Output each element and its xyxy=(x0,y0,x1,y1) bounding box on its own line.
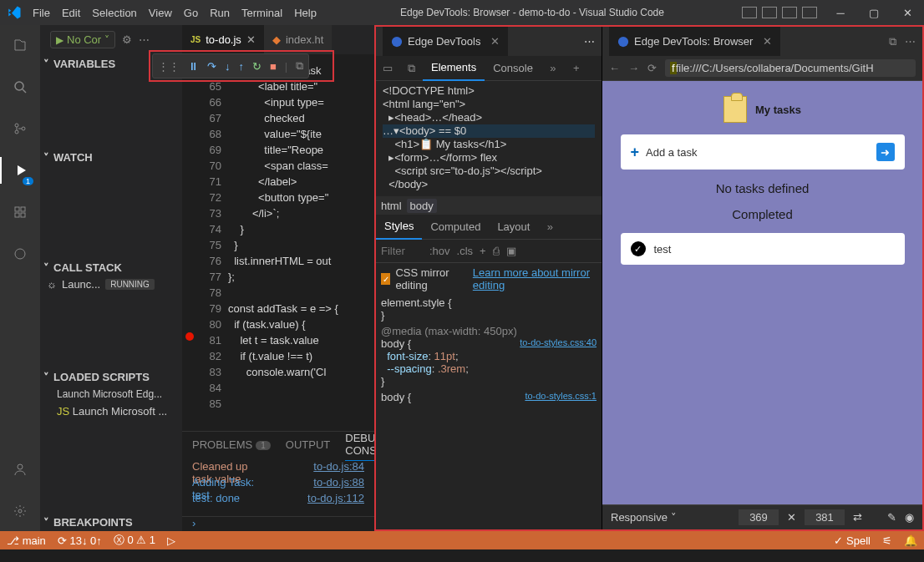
spell-indicator[interactable]: ✓ Spell xyxy=(834,534,871,547)
more-tabs-icon[interactable]: » xyxy=(538,220,561,233)
layout-right-icon[interactable] xyxy=(782,7,797,18)
menu-help[interactable]: Help xyxy=(288,0,322,25)
height-input[interactable] xyxy=(805,509,845,525)
code-editor[interactable]: 6465666768697071727374757677787980818283… xyxy=(182,54,374,431)
callstack-item[interactable]: ☼ Launc... RUNNING xyxy=(40,276,182,292)
bell-icon[interactable]: 🔔 xyxy=(904,534,917,547)
source-link[interactable]: to-do-styles.css:40 xyxy=(520,337,597,347)
close-icon[interactable]: ✕ xyxy=(490,35,500,48)
layout-bottom-icon[interactable] xyxy=(762,7,777,18)
rotate-icon[interactable]: ⇄ xyxy=(853,511,862,524)
source-link[interactable]: to-do-styles.css:1 xyxy=(525,391,597,401)
explorer-icon[interactable] xyxy=(0,32,40,58)
loaded-script-item[interactable]: JS Launch Microsoft ... xyxy=(40,403,182,420)
menu-go[interactable]: Go xyxy=(178,0,204,25)
more-tabs-icon[interactable]: » xyxy=(541,62,565,74)
settings-gear-icon[interactable] xyxy=(0,498,40,524)
source-control-icon[interactable] xyxy=(0,115,40,142)
wand-icon[interactable]: ✎ xyxy=(887,511,896,524)
layout-custom-icon[interactable] xyxy=(802,7,817,18)
step-over-icon[interactable]: ↷ xyxy=(207,60,216,73)
responsive-dropdown[interactable]: Responsive ˅ xyxy=(611,511,677,524)
reload-icon[interactable]: ⟳ xyxy=(647,62,657,74)
mirror-link[interactable]: Learn more about mirror editing xyxy=(473,266,597,291)
layout-left-icon[interactable] xyxy=(742,7,757,18)
run-debug-icon[interactable]: 1 xyxy=(0,157,40,184)
width-input[interactable] xyxy=(739,509,779,525)
inspect-icon[interactable]: ▭ xyxy=(376,62,399,74)
computed-tab[interactable]: Computed xyxy=(422,215,489,240)
minimize-button[interactable]: ─ xyxy=(830,0,850,25)
forward-icon[interactable]: → xyxy=(628,62,639,74)
callstack-section[interactable]: ˅CALL STACK xyxy=(40,258,182,276)
maximize-button[interactable]: ▢ xyxy=(864,0,884,25)
output-tab[interactable]: OUTPUT xyxy=(286,435,330,454)
menu-terminal[interactable]: Terminal xyxy=(236,0,288,25)
menu-selection[interactable]: Selection xyxy=(86,0,142,25)
style-rule[interactable]: element.style {} xyxy=(376,295,602,323)
more-icon[interactable]: ⋯ xyxy=(584,35,595,48)
menu-view[interactable]: View xyxy=(143,0,178,25)
stop-icon[interactable]: ■ xyxy=(270,60,277,73)
submit-arrow-icon[interactable]: ➜ xyxy=(876,143,895,161)
add-tab-icon[interactable]: + xyxy=(565,62,588,74)
step-into-icon[interactable]: ↓ xyxy=(225,60,231,73)
extensions-icon[interactable] xyxy=(0,199,40,225)
watch-section[interactable]: ˅WATCH xyxy=(40,148,182,166)
menu-edit[interactable]: Edit xyxy=(56,0,86,25)
edge-icon[interactable] xyxy=(0,240,40,267)
restart-icon[interactable]: ↻ xyxy=(252,60,261,73)
add-task-input[interactable]: + Add a task ➜ xyxy=(621,134,905,170)
cls-button[interactable]: .cls xyxy=(457,245,474,257)
search-icon[interactable] xyxy=(0,73,40,100)
close-icon[interactable]: ✕ xyxy=(763,35,772,48)
print-icon[interactable]: ⎙ xyxy=(493,245,500,257)
back-icon[interactable]: ← xyxy=(609,62,620,74)
sync-indicator[interactable]: ⟳ 13↓ 0↑ xyxy=(58,534,102,547)
dom-tree[interactable]: <!DOCTYPE html><html lang="en"> ▸<head>…… xyxy=(376,81,602,196)
close-icon[interactable]: ✕ xyxy=(246,33,256,46)
check-icon[interactable]: ✓ xyxy=(631,241,646,256)
more-icon[interactable]: ⋯ xyxy=(905,35,916,48)
account-icon[interactable] xyxy=(0,456,40,483)
close-window-button[interactable]: ✕ xyxy=(897,0,917,25)
box-icon[interactable]: ▣ xyxy=(506,245,516,257)
more-icon[interactable]: ⋯ xyxy=(139,33,150,46)
problems-tab[interactable]: PROBLEMS1 xyxy=(192,435,271,454)
branch-indicator[interactable]: ⎇ main xyxy=(7,534,46,547)
browser-tab[interactable]: Edge DevTools: Browser✕ xyxy=(609,27,780,56)
styles-tab[interactable]: Styles xyxy=(376,215,422,240)
breakpoints-section[interactable]: ˅BREAKPOINTS xyxy=(40,513,182,531)
loaded-scripts-section[interactable]: ˅LOADED SCRIPTS xyxy=(40,367,182,386)
breakpoint-icon[interactable] xyxy=(185,332,194,341)
feedback-icon[interactable]: ⚟ xyxy=(882,534,892,547)
step-out-icon[interactable]: ↑ xyxy=(239,60,245,73)
pause-icon[interactable]: ⏸ xyxy=(188,60,199,73)
devtools-tab[interactable]: Edge DevTools✕ xyxy=(383,27,508,56)
drag-handle-icon[interactable]: ⋮⋮ xyxy=(158,60,180,73)
style-rule[interactable]: @media (max-width: 450px) body {to-do-st… xyxy=(376,323,602,389)
menu-run[interactable]: Run xyxy=(204,0,236,25)
elements-tab[interactable]: Elements xyxy=(423,56,485,81)
loaded-script-item[interactable]: Launch Microsoft Edg... xyxy=(40,386,182,403)
url-bar[interactable]: ffile:///C:/Users/collabera/Documents/Gi… xyxy=(665,59,916,77)
task-item[interactable]: ✓ test xyxy=(621,233,905,265)
style-rule[interactable]: body {to-do-styles.css:1 xyxy=(376,389,602,405)
mirror-checkbox[interactable]: ✓ xyxy=(381,273,390,285)
dom-breadcrumbs[interactable]: html body xyxy=(376,196,602,215)
devtools-launch-icon[interactable]: ⧉ xyxy=(296,59,303,73)
menu-file[interactable]: File xyxy=(27,0,56,25)
page-viewport[interactable]: My tasks + Add a task ➜ No tasks defined… xyxy=(602,81,922,308)
debug-status-icon[interactable]: ▷ xyxy=(167,534,175,547)
gear-icon[interactable]: ⚙ xyxy=(122,33,132,46)
eye-icon[interactable]: ◉ xyxy=(905,511,914,524)
errors-indicator[interactable]: ⓧ 0 ⚠ 1 xyxy=(114,533,155,548)
layout-tab[interactable]: Layout xyxy=(489,215,538,240)
styles-filter-input[interactable] xyxy=(381,245,423,257)
device-icon[interactable]: ⧉ xyxy=(399,62,423,75)
split-icon[interactable]: ⧉ xyxy=(889,35,896,48)
hov-button[interactable]: :hov xyxy=(429,245,450,257)
new-rule-icon[interactable]: + xyxy=(480,245,486,257)
console-tab[interactable]: Console xyxy=(485,56,541,81)
start-debug-button[interactable]: ▶ No Cor ˅ xyxy=(50,31,115,48)
